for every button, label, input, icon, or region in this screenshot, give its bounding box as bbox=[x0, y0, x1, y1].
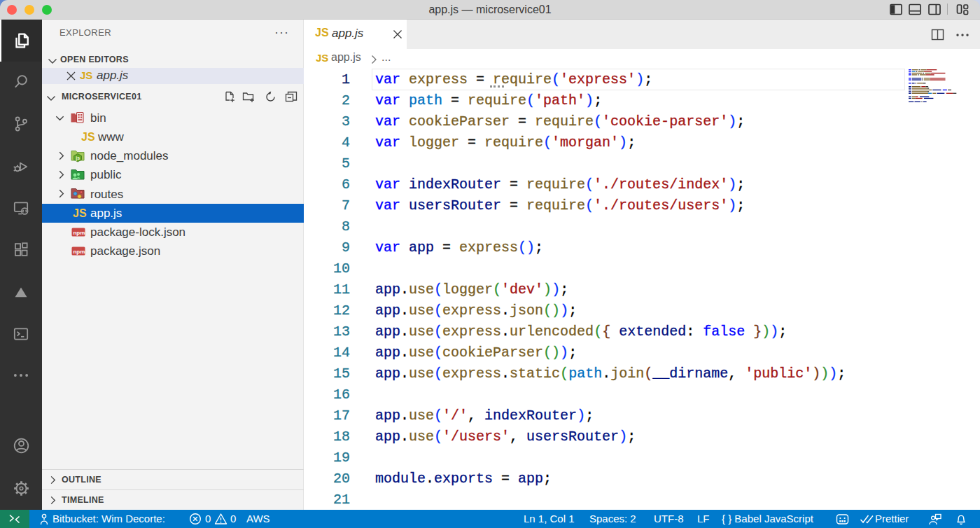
svg-text:npm: npm bbox=[73, 248, 85, 254]
svg-text:npm: npm bbox=[73, 229, 85, 235]
svg-text:js: js bbox=[75, 155, 80, 161]
